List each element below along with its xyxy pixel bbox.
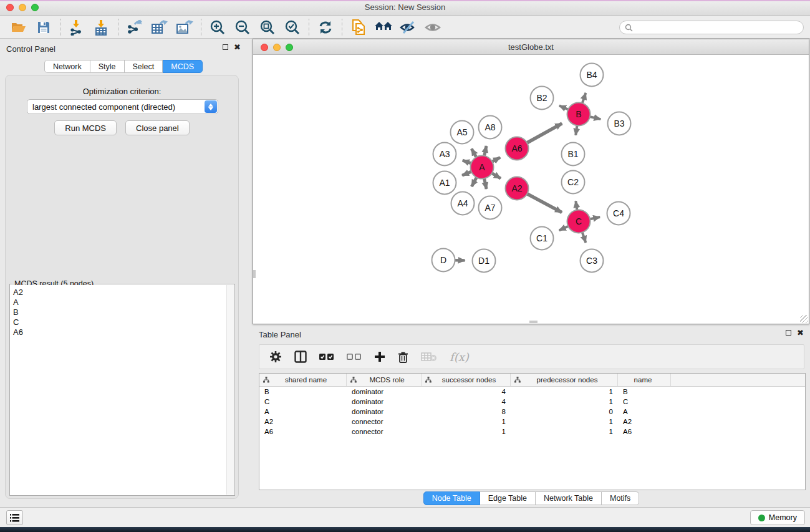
edge-A-A8[interactable] [485,146,486,156]
edge-B-B2[interactable] [559,105,568,109]
search-input[interactable] [636,23,803,32]
result-item[interactable]: C [13,317,226,327]
table-cell[interactable]: 1 [511,388,618,395]
save-session-icon[interactable] [31,17,56,37]
edge-A-A7[interactable] [485,178,486,189]
run-mcds-button[interactable]: Run MCDS [54,120,117,135]
tab-mcds[interactable]: MCDS [163,60,203,73]
table-cell[interactable]: connector [347,428,422,435]
table-cell[interactable]: A2 [618,418,671,425]
table-cell[interactable]: 1 [511,428,618,435]
table-cell[interactable]: 4 [422,388,511,395]
network-window-titlebar[interactable]: testGlobe.txt [253,39,809,55]
node-C[interactable]: C [567,210,591,233]
table-cell[interactable]: B [259,388,347,395]
table-row[interactable]: A6connector11A6 [259,427,805,437]
column-header-predecessor-nodes[interactable]: predecessor nodes [511,374,618,386]
edge-A6-B[interactable] [527,123,562,143]
table-cell[interactable]: A6 [618,428,671,435]
delete-row-icon[interactable] [398,351,408,363]
table-cell[interactable]: 1 [511,398,618,405]
node-A1[interactable]: A1 [433,172,456,195]
node-A7[interactable]: A7 [479,196,502,220]
edge-A2-C[interactable] [527,194,562,213]
function-builder-icon[interactable]: f(x) [450,351,469,364]
edge-B-B1[interactable] [576,125,577,135]
column-header-MCDS-role[interactable]: MCDS role [347,374,422,386]
node-D[interactable]: D [432,249,455,272]
edge-C-C2[interactable] [576,201,577,210]
optimization-select[interactable]: largest connected component (directed) [27,99,218,114]
table-cell[interactable]: 1 [511,418,618,425]
hide-graphics-details-icon[interactable] [396,17,421,37]
edge-A-A6[interactable] [492,157,500,162]
table-cell[interactable]: dominator [347,398,422,405]
node-A[interactable]: A [471,156,494,179]
table-cell[interactable]: 0 [511,408,618,415]
edge-A-A1[interactable] [462,172,471,175]
table-row[interactable]: Cdominator41C [259,397,805,407]
float-table-panel-icon[interactable] [786,330,791,336]
window-resize-grip[interactable] [800,315,808,323]
zoom-in-icon[interactable] [205,17,230,37]
tab-edge-table[interactable]: Edge Table [480,491,536,505]
select-all-icon[interactable] [319,353,334,360]
tab-node-table[interactable]: Node Table [423,491,480,505]
zoom-fit-icon[interactable] [255,17,280,37]
edge-A-A2[interactable] [492,173,501,179]
node-C1[interactable]: C1 [531,227,554,250]
node-C3[interactable]: C3 [581,249,604,273]
column-header-name[interactable]: name [618,374,671,386]
table-cell[interactable]: 1 [422,418,511,425]
node-C4[interactable]: C4 [607,202,630,225]
edge-C-C1[interactable] [559,226,568,231]
gear-icon[interactable] [269,351,282,363]
close-panel-button[interactable]: Close panel [125,120,190,135]
node-A2[interactable]: A2 [506,177,529,200]
home-pair-icon[interactable] [371,17,396,37]
table-cell[interactable]: connector [347,418,422,425]
node-B3[interactable]: B3 [608,112,631,135]
zoom-out-icon[interactable] [230,17,255,37]
node-A6[interactable]: A6 [506,137,529,160]
result-item[interactable]: B [13,307,226,317]
edge-B-B4[interactable] [582,93,586,104]
export-image-icon[interactable] [172,17,197,37]
deselect-all-icon[interactable] [347,353,362,360]
columns-icon[interactable] [294,351,307,363]
node-C2[interactable]: C2 [562,171,585,194]
export-table-icon[interactable] [147,17,172,37]
table-cell[interactable]: 8 [422,408,511,415]
table-row[interactable]: Bdominator41B [259,387,805,397]
edge-A-A4[interactable] [471,177,476,186]
table-cell[interactable]: C [618,398,671,405]
edge-B-B3[interactable] [590,117,600,119]
network-canvas[interactable]: B4B2BB3A5A8A3A6B1AA1C2A2A4A7C4CC1C3DD1 [253,55,809,324]
edge-C-C3[interactable] [582,233,586,243]
duplicate-network-icon[interactable] [346,17,371,37]
add-row-icon[interactable] [374,351,385,362]
table-row[interactable]: A2connector11A2 [259,417,805,427]
table-cell[interactable]: A [618,408,671,415]
result-item[interactable]: A2 [13,288,226,297]
node-A3[interactable]: A3 [433,143,456,166]
import-table-icon[interactable] [89,17,114,37]
table-row[interactable]: Adominator80A [259,407,805,417]
export-network-icon[interactable] [122,17,147,37]
delete-table-icon[interactable] [421,352,437,362]
show-graphics-details-icon[interactable] [421,17,446,37]
column-header-shared-name[interactable]: shared name [259,374,347,386]
result-scrollbar[interactable] [226,285,234,495]
memory-button[interactable]: Memory [750,510,805,525]
table-cell[interactable]: A2 [259,418,347,425]
table-cell[interactable]: C [259,398,347,405]
column-header-successor-nodes[interactable]: successor nodes [422,374,511,386]
edge-A-A5[interactable] [471,148,476,157]
tab-network[interactable]: Network [44,60,90,73]
table-cell[interactable]: dominator [347,388,422,395]
refresh-icon[interactable] [313,17,338,37]
tab-select[interactable]: Select [125,60,163,73]
node-B2[interactable]: B2 [531,87,554,110]
mcds-result-list[interactable]: A2ABCA6 [11,285,226,495]
canvas-hscroll-indicator[interactable] [529,321,538,323]
